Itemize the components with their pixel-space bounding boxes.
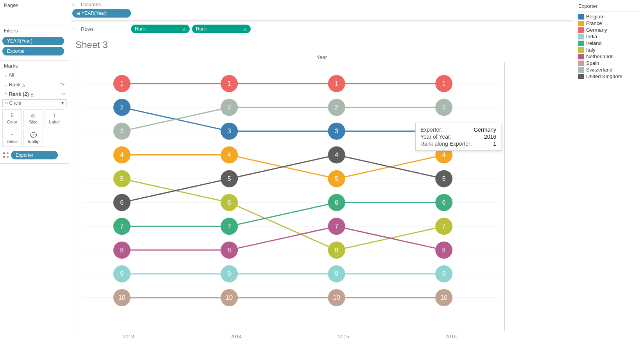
filter-pill-year[interactable]: YEAR(Year) <box>2 37 64 45</box>
pages-header: Pages <box>0 0 69 10</box>
rank-node-label: 3 <box>228 128 231 134</box>
rank-node-label: 2 <box>228 104 231 111</box>
legend-swatch <box>578 14 584 20</box>
rank-node-label: 10 <box>333 294 340 301</box>
rank-node-label: 4 <box>120 152 124 158</box>
legend-label: India <box>586 34 597 39</box>
series-line[interactable] <box>122 226 444 250</box>
legend-item[interactable]: Spain <box>578 60 640 66</box>
rank-node-label: 9 <box>442 271 446 277</box>
rank-node-label: 5 <box>120 175 124 182</box>
marks-all[interactable]: ⌄ All <box>0 70 69 79</box>
columns-shelf[interactable]: iii Columns <box>69 0 574 9</box>
rank-node-label: 1 <box>228 80 231 87</box>
legend-title: Exporter <box>578 2 640 12</box>
columns-label: Columns <box>81 2 128 7</box>
chart-tooltip: Exporter:Germany Year of Year:2016 Rank … <box>415 123 501 151</box>
color-pill-exporter[interactable]: Exporter <box>11 151 58 159</box>
legend-item[interactable]: India <box>578 33 640 40</box>
columns-pill-label: YEAR(Year) <box>81 11 107 16</box>
rank-node-label: 6 <box>120 199 124 206</box>
chart-box[interactable]: 1111233332224454568765457766887899991010… <box>75 62 505 331</box>
legend-label: Belgium <box>586 14 605 20</box>
color-icon: ⠿ <box>10 113 14 119</box>
marks-rank1[interactable]: ⌄ Rank △ 〜 <box>0 79 69 89</box>
rows-pill-rank2[interactable]: Rank△ <box>192 25 251 33</box>
rows-pill2-label: Rank <box>196 26 207 32</box>
legend-item[interactable]: United Kingdom <box>578 73 640 80</box>
filters-body[interactable]: YEAR(Year) Exporter <box>0 35 69 61</box>
legend-swatch <box>578 61 584 66</box>
series-line[interactable] <box>122 107 444 131</box>
legend-label: Italy <box>586 47 596 53</box>
rows-icon: ≡ <box>72 26 78 32</box>
x-tick-label: 2016 <box>445 334 457 339</box>
filter-pill-exporter[interactable]: Exporter <box>2 47 64 55</box>
color-button[interactable]: ⠿Color <box>2 109 22 127</box>
legend-label: Netherlands <box>586 54 614 59</box>
tooltip-key-rank: Rank along Exporter: <box>420 141 472 147</box>
mid-panel: iii Columns ⊞ YEAR(Year) ≡ Rows Rank△ Ra… <box>69 0 574 352</box>
x-tick-label: 2015 <box>338 334 349 339</box>
detail-button[interactable]: ⠒Detail <box>2 129 22 147</box>
legend-swatch <box>578 21 584 26</box>
rank-node-label: 6 <box>335 199 338 206</box>
rank-node-label: 5 <box>335 175 338 182</box>
rank-node-label: 7 <box>335 223 338 230</box>
legend-item[interactable]: Germany <box>578 27 640 33</box>
left-panel: Pages Filters YEAR(Year) Exporter Marks … <box>0 0 69 352</box>
legend-label: United Kingdom <box>586 73 622 79</box>
rank-node-label: 6 <box>228 199 231 206</box>
legend-swatch <box>578 74 584 79</box>
legend-item[interactable]: Italy <box>578 46 640 53</box>
rank-node-label: 2 <box>335 104 338 111</box>
legend-item[interactable]: Ireland <box>578 40 640 46</box>
legend-label: Germany <box>586 27 607 33</box>
color-btn-label: Color <box>7 120 17 124</box>
circle-icon: ○ <box>62 91 65 97</box>
tooltip-btn-label: Tooltip <box>27 139 39 144</box>
legend-label: Ireland <box>586 40 602 46</box>
tooltip-button[interactable]: 💬Tooltip <box>23 129 43 147</box>
rows-pill1-label: Rank <box>135 26 146 32</box>
detail-btn-label: Detail <box>7 139 18 144</box>
rank-node-label: 5 <box>442 175 446 182</box>
columns-icon: iii <box>72 2 78 7</box>
mark-type-select[interactable]: ○ Circle ▾ <box>2 99 66 107</box>
series-line[interactable] <box>122 107 444 131</box>
series-line[interactable] <box>122 202 444 226</box>
color-dots-icon <box>3 152 9 158</box>
legend-item[interactable]: Belgium <box>578 13 640 20</box>
rank-node-label: 9 <box>335 271 338 277</box>
rows-shelf[interactable]: ≡ Rows Rank△ Rank△ <box>69 23 574 35</box>
bump-chart[interactable]: 1111233332224454568765457766887899991010… <box>75 62 504 331</box>
tooltip-val-year: 2016 <box>484 134 496 140</box>
pages-body[interactable] <box>0 10 69 25</box>
x-tick-label: 2014 <box>230 334 242 339</box>
tooltip-val-rank: 1 <box>493 141 496 147</box>
legend-item[interactable]: Netherlands <box>578 53 640 60</box>
rank-node-label: 8 <box>228 247 231 254</box>
rank-node-label: 2 <box>120 104 124 111</box>
rows-pill-rank1[interactable]: Rank△ <box>131 25 190 33</box>
rank-node-label: 3 <box>335 128 338 134</box>
legend-swatch <box>578 27 584 33</box>
legend-item[interactable]: France <box>578 20 640 27</box>
label-icon: T <box>53 113 56 119</box>
rank-node-label: 10 <box>440 294 447 301</box>
tooltip-key-exporter: Exporter: <box>420 127 443 133</box>
legend-swatch <box>578 34 584 39</box>
rank-node-label: 2 <box>442 104 446 111</box>
columns-pill-year[interactable]: ⊞ YEAR(Year) <box>72 9 131 18</box>
rows-label: Rows <box>81 26 128 32</box>
rank-node-label: 1 <box>442 80 446 87</box>
marks-rank2[interactable]: ⌃ Rank (2) △ ○ <box>0 89 69 98</box>
sheet-title[interactable]: Sheet 3 <box>72 38 571 54</box>
label-button[interactable]: TLabel <box>45 109 64 127</box>
x-axis-labels: 2013201420152016 <box>75 334 505 339</box>
rank-node-label: 10 <box>226 294 233 301</box>
detail-icon: ⠒ <box>10 132 14 138</box>
rank-node-label: 4 <box>228 152 231 158</box>
size-button[interactable]: ◎Size <box>23 109 43 127</box>
legend-item[interactable]: Switzerland <box>578 66 640 73</box>
